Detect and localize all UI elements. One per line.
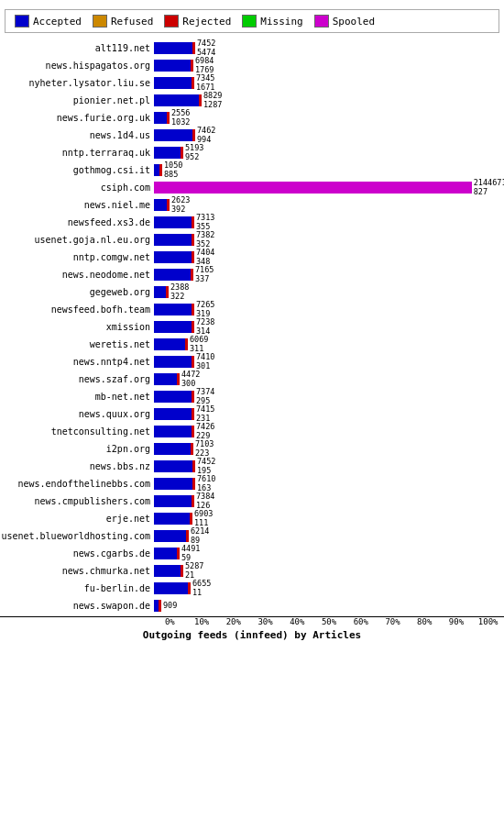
- bar-values: 6903111: [194, 510, 213, 527]
- table-row: usenet.blueworldhosting.com621489: [0, 528, 504, 544]
- legend-missing: Missing: [242, 15, 302, 28]
- bar-segment-accepted: [154, 513, 190, 525]
- bar-segment-accepted: [154, 94, 199, 106]
- row-label: usenet.blueworldhosting.com: [0, 531, 154, 541]
- bar-segment-accepted: [154, 251, 192, 263]
- chart-container: Accepted Refused Rejected Missing Spoole…: [0, 0, 504, 650]
- table-row: news.quux.org7415231: [0, 406, 504, 422]
- bar-segment-accepted: [154, 147, 181, 159]
- row-label: news.swapon.de: [0, 601, 154, 611]
- bar-area: 7415231: [154, 407, 504, 421]
- row-label: csiph.com: [0, 183, 154, 193]
- legend-accepted: Accepted: [15, 15, 82, 28]
- bar-area: 528721: [154, 564, 504, 578]
- bar-area: 7462994: [154, 128, 504, 142]
- table-row: news.1d4.us7462994: [0, 127, 504, 143]
- bar-segment-rejected: [192, 478, 195, 490]
- bar-values: 88291287: [203, 92, 222, 109]
- table-row: news.bbs.nz7452195: [0, 459, 504, 474]
- bar-segment-accepted: [154, 495, 192, 507]
- bar-segment-rejected: [192, 356, 194, 368]
- table-row: newsfeed.xs3.de7313355: [0, 215, 504, 230]
- bar-segment-accepted: [154, 269, 191, 281]
- bar-values: 909: [163, 602, 177, 610]
- bar-segment-rejected: [185, 338, 188, 350]
- x-axis-label: 50%: [313, 617, 345, 626]
- bar-segment-rejected: [192, 251, 194, 263]
- table-row: news.chmurka.net528721: [0, 563, 504, 579]
- table-row: pionier.net.pl88291287: [0, 93, 504, 108]
- row-label: tnetconsulting.net: [0, 426, 154, 437]
- bar-segment-rejected: [192, 408, 194, 420]
- bar-values: 7462994: [197, 127, 215, 144]
- legend-spooled: Spooled: [314, 15, 375, 28]
- bar-segment-rejected: [181, 565, 183, 577]
- bar-segment-accepted: [154, 321, 192, 333]
- row-label: news.szaf.org: [0, 374, 154, 384]
- legend-color-spooled: [314, 15, 329, 28]
- row-label: newsfeed.bofh.team: [0, 304, 154, 315]
- bar-values: 69841769: [195, 57, 214, 74]
- bar-area: 25561032: [154, 111, 504, 125]
- bar-segment-rejected: [167, 112, 170, 124]
- bar-values: 1050885: [164, 161, 182, 179]
- bar-segment-rejected: [199, 94, 202, 106]
- legend-label-accepted: Accepted: [33, 16, 82, 28]
- legend-color-missing: [242, 15, 257, 28]
- table-row: nyheter.lysator.liu.se73451671: [0, 75, 504, 91]
- bar-segment-rejected: [192, 77, 194, 89]
- legend-label-missing: Missing: [260, 16, 302, 28]
- table-row: tnetconsulting.net7426229: [0, 424, 504, 439]
- bar-segment-accepted: [154, 478, 192, 490]
- row-label: erje.net: [0, 514, 154, 524]
- legend-rejected: Rejected: [164, 15, 231, 28]
- bar-segment-accepted: [154, 426, 192, 437]
- bar-values: 7426229: [196, 423, 214, 440]
- bar-area: 7103223: [154, 442, 504, 456]
- bar-area: 4472300: [154, 372, 504, 386]
- bar-segment-rejected: [181, 147, 183, 159]
- bar-values: 7374295: [196, 388, 214, 405]
- table-row: news.swapon.de909: [0, 598, 504, 614]
- bar-segment-rejected: [192, 391, 194, 403]
- row-label: nyheter.lysator.liu.se: [0, 78, 154, 88]
- bar-segment-accepted: [154, 60, 191, 72]
- row-label: nntp.comgw.net: [0, 252, 154, 262]
- row-label: news.bbs.nz: [0, 461, 154, 471]
- bar-area: 7165337: [154, 268, 504, 282]
- bar-segment-rejected: [177, 373, 180, 385]
- chart-title: Outgoing feeds (innfeed) by Articles: [0, 626, 504, 646]
- table-row: weretis.net6069311: [0, 337, 504, 352]
- table-row: news.szaf.org4472300: [0, 371, 504, 387]
- row-label: i2pn.org: [0, 444, 154, 454]
- bar-segment-accepted: [154, 443, 191, 455]
- bar-values: 2144671827: [474, 179, 504, 196]
- bar-segment-rejected: [192, 129, 195, 141]
- bar-segment-rejected: [186, 530, 189, 542]
- table-row: nntp.terraraq.uk5193952: [0, 145, 504, 160]
- bar-area: 88291287: [154, 94, 504, 107]
- chart-rows: alt119.net74525474news.hispagatos.org698…: [0, 38, 504, 616]
- bar-values: 7238314: [196, 318, 214, 336]
- row-label: weretis.net: [0, 339, 154, 349]
- x-axis-label: 10%: [186, 617, 218, 626]
- bar-segment-rejected: [167, 199, 170, 211]
- row-label: news.cmpublishers.com: [0, 496, 154, 506]
- bar-segment-accepted: [154, 338, 185, 350]
- x-axis-label: 60%: [345, 617, 377, 626]
- bar-segment-rejected: [192, 42, 195, 54]
- bar-values: 6069311: [190, 336, 208, 353]
- bar-segment-accepted: [154, 373, 177, 385]
- bar-area: 909: [154, 599, 504, 613]
- x-axis-label: 80%: [409, 617, 441, 626]
- bar-area: 7374295: [154, 390, 504, 404]
- bar-area: 7382352: [154, 233, 504, 247]
- bar-values: 621489: [191, 527, 209, 545]
- legend-label-spooled: Spooled: [333, 16, 375, 28]
- bar-segment-rejected: [191, 269, 193, 281]
- table-row: usenet.goja.nl.eu.org7382352: [0, 232, 504, 248]
- row-label: mb-net.net: [0, 392, 154, 402]
- table-row: news.hispagatos.org69841769: [0, 58, 504, 73]
- bar-segment-accepted: [154, 216, 192, 228]
- legend-color-rejected: [164, 15, 179, 28]
